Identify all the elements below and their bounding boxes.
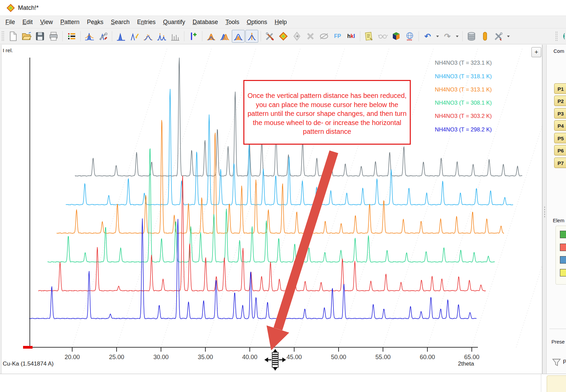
panel-section-divider — [549, 329, 566, 329]
redo-icon[interactable]: ↷ — [441, 30, 454, 43]
undo-history-dropdown-icon[interactable] — [435, 30, 440, 43]
svg-text:50.00: 50.00 — [331, 354, 346, 360]
zoom-in-button[interactable]: + — [531, 47, 541, 57]
match-app-icon — [6, 3, 15, 13]
options-dropdown-icon[interactable] — [506, 30, 511, 43]
toolbar-separator — [462, 31, 463, 41]
svg-text:60.00: 60.00 — [420, 354, 435, 360]
undo-icon[interactable]: ↶ — [421, 30, 434, 43]
subtract-background-icon[interactable] — [115, 30, 127, 43]
svg-text:55.00: 55.00 — [375, 354, 390, 360]
bottom-divider — [541, 374, 545, 392]
xrd-pattern-308.1K — [47, 149, 495, 262]
peak-searching-icon[interactable] — [155, 30, 168, 43]
diffraction-pattern-pane[interactable]: 20.0025.0030.0035.0040.0045.0050.0055.00… — [0, 45, 542, 374]
reference-lines-icon[interactable] — [169, 30, 182, 43]
toolbar-separator — [202, 31, 202, 41]
delete-entry-icon[interactable] — [304, 30, 317, 43]
navigate-diamond-icon[interactable] — [290, 30, 303, 43]
legend-entry: NH4NO3 (T = 308.1 K) — [435, 100, 492, 106]
pattern-button-p5[interactable]: P5 — [554, 133, 566, 143]
svg-text:40.00: 40.00 — [242, 354, 257, 360]
options-tools-icon[interactable] — [492, 30, 505, 43]
toolbar-separator — [261, 31, 261, 41]
new-document-icon[interactable] — [6, 30, 19, 43]
toggle-peak-markers-icon[interactable] — [245, 30, 258, 43]
toolbar-separator — [62, 31, 63, 41]
toolbar-grip-icon[interactable] — [1, 31, 4, 42]
strip-kalpha2-icon[interactable] — [128, 30, 141, 43]
filter-funnel-icon[interactable] — [552, 358, 561, 367]
database-icon[interactable] — [465, 30, 478, 43]
window-title: Match!* — [18, 4, 39, 12]
pattern-button-p7[interactable]: P7 — [554, 158, 566, 168]
svg-text:65.00: 65.00 — [464, 354, 479, 360]
match-diamond-icon[interactable] — [277, 30, 290, 43]
svg-text:45.00: 45.00 — [286, 354, 302, 360]
panel-splitter[interactable] — [542, 45, 547, 374]
menu-file[interactable]: File — [2, 19, 19, 26]
menu-quantify[interactable]: Quantify — [159, 19, 189, 26]
pattern-processing-icon[interactable] — [97, 30, 109, 43]
legend-entry: NH4NO3 (T = 313.1 K) — [435, 86, 492, 93]
print-icon[interactable] — [47, 30, 60, 43]
instruction-callout: Once the vertical pattern distance has b… — [243, 80, 411, 145]
unit-cell-cube-icon[interactable] — [390, 30, 403, 43]
view-entry-glasses-icon[interactable] — [376, 30, 389, 43]
show-both-profiles-icon[interactable] — [218, 30, 231, 43]
candidate-list-icon[interactable] — [479, 30, 491, 43]
add-peak-icon[interactable] — [187, 30, 200, 43]
crystal-structure-icon[interactable] — [403, 30, 416, 43]
legend-entry: NH4NO3 (T = 298.2 K) — [435, 126, 492, 133]
menu-tools[interactable]: Tools — [222, 19, 243, 26]
web-partial-icon[interactable] — [559, 30, 565, 43]
exclude-entry-icon[interactable] — [318, 30, 330, 43]
annotation-arrow — [267, 152, 334, 350]
fp-calculation-label[interactable]: FP — [331, 30, 344, 43]
hkl-indices-label[interactable]: hkl — [345, 30, 358, 43]
restraints-side-panel: Com P1 P2 P3 P4 P5 P6 P7 Elem Prese P — [547, 45, 566, 374]
menu-options[interactable]: Options — [243, 19, 271, 26]
pattern-button-p2[interactable]: P2 — [554, 96, 566, 106]
menu-entries[interactable]: Entries — [134, 19, 159, 26]
toolbar-grip-icon[interactable] — [555, 31, 558, 41]
origin-marker — [23, 346, 33, 349]
menu-peaks[interactable]: Peaks — [83, 19, 107, 26]
toolbar-separator — [80, 31, 81, 41]
show-calculated-profile-icon[interactable] — [205, 30, 218, 43]
pattern-button-p4[interactable]: P4 — [554, 120, 566, 131]
menu-search[interactable]: Search — [107, 19, 133, 26]
composition-section-label: Com — [553, 48, 564, 54]
redo-history-dropdown-icon[interactable] — [454, 30, 460, 43]
pattern-button-p6[interactable]: P6 — [554, 145, 566, 156]
toggle-experimental-pattern-icon[interactable] — [232, 30, 245, 43]
experimental-pattern-icon[interactable] — [83, 30, 96, 43]
bottom-panel-tab[interactable] — [547, 375, 566, 392]
pattern-button-p1[interactable]: P1 — [554, 83, 566, 94]
window-edge — [0, 45, 2, 392]
element-color-green-swatch[interactable] — [560, 231, 566, 238]
legend-entry: NH4NO3 (T = 323.1 K) — [435, 60, 492, 66]
smooth-pattern-icon[interactable] — [142, 30, 155, 43]
svg-text:20.00: 20.00 — [64, 354, 80, 360]
svg-text:35.00: 35.00 — [198, 354, 213, 360]
element-color-blue-swatch[interactable] — [560, 256, 566, 264]
menu-edit[interactable]: Edit — [19, 19, 36, 26]
menu-help[interactable]: Help — [271, 19, 290, 26]
open-document-icon[interactable] — [20, 30, 33, 43]
menu-pattern[interactable]: Pattern — [57, 19, 83, 26]
search-match-icon[interactable] — [263, 30, 276, 43]
element-color-red-swatch[interactable] — [560, 244, 566, 251]
horizontal-distance-cursor-icon — [264, 349, 286, 371]
svg-text:25.00: 25.00 — [109, 354, 124, 360]
menu-view[interactable]: View — [36, 19, 57, 26]
toolbar-separator — [112, 31, 112, 41]
element-color-yellow-swatch[interactable] — [560, 269, 566, 276]
splitter-handle-icon[interactable] — [544, 206, 545, 218]
bottom-status-area — [0, 374, 566, 392]
pattern-data-sheet-icon[interactable] — [65, 30, 78, 43]
save-icon[interactable] — [34, 30, 46, 43]
report-icon[interactable] — [363, 30, 376, 43]
menu-database[interactable]: Database — [189, 19, 222, 26]
pattern-button-p3[interactable]: P3 — [554, 108, 566, 119]
